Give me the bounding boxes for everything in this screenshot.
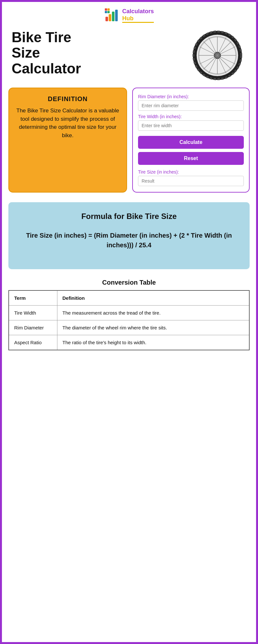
definition-title: DEFINITION — [15, 95, 121, 103]
table-row: Rim Diameter The diameter of the wheel r… — [9, 320, 249, 335]
col-definition-header: Definition — [57, 290, 249, 306]
width-label: Tire Width (in inches): — [138, 114, 244, 119]
reset-button[interactable]: Reset — [138, 152, 244, 165]
svg-rect-4 — [115, 10, 118, 21]
term-aspect-ratio: Aspect Ratio — [9, 335, 57, 350]
def-aspect-ratio: The ratio of the tire's height to its wi… — [57, 335, 249, 350]
conversion-title: Conversion Table — [8, 279, 250, 286]
title-area: Bike Tire Size Calculator — [12, 30, 182, 76]
table-row: Aspect Ratio The ratio of the tire's hei… — [9, 335, 249, 350]
rim-label: Rim Diameter (in inches): — [138, 94, 244, 99]
svg-rect-5 — [105, 8, 107, 11]
formula-section: Formula for Bike Tire Size Tire Size (in… — [8, 202, 250, 269]
svg-rect-1 — [105, 17, 108, 21]
svg-rect-2 — [109, 14, 111, 21]
calculator-box: Rim Diameter (in inches): Tire Width (in… — [132, 88, 250, 193]
logo-title: Calculators Hub — [122, 8, 154, 22]
svg-rect-6 — [107, 8, 110, 11]
definition-text: The Bike Tire Size Calculator is a valua… — [15, 107, 121, 139]
svg-rect-7 — [105, 11, 107, 13]
def-rim-diameter: The diameter of the wheel rim where the … — [57, 320, 249, 335]
logo-icon — [104, 8, 120, 23]
term-rim-diameter: Rim Diameter — [9, 320, 57, 335]
table-row: Tire Width The measurement across the tr… — [9, 306, 249, 320]
conversion-table: Term Definition Tire Width The measureme… — [8, 290, 250, 350]
page-title: Bike Tire Size Calculator — [12, 30, 182, 76]
svg-rect-3 — [112, 12, 114, 21]
definition-box: DEFINITION The Bike Tire Size Calculator… — [8, 88, 127, 193]
result-label: Tire Size (in inches): — [138, 169, 244, 175]
svg-rect-8 — [107, 11, 110, 13]
formula-text: Tire Size (in inches) = (Rim Diameter (i… — [18, 231, 240, 250]
wheel-icon-area — [188, 30, 246, 81]
two-col-section: DEFINITION The Bike Tire Size Calculator… — [2, 84, 256, 199]
logo-text-block: Calculators Hub — [122, 8, 154, 23]
tire-width-input[interactable] — [138, 120, 244, 131]
def-tire-width: The measurement across the tread of the … — [57, 306, 249, 320]
col-term-header: Term — [9, 290, 57, 306]
formula-title: Formula for Bike Tire Size — [18, 212, 240, 221]
hero-section: Bike Tire Size Calculator — [2, 26, 256, 84]
calculate-button[interactable]: Calculate — [138, 136, 244, 149]
header: Calculators Hub — [2, 2, 256, 26]
wheel-icon — [192, 30, 243, 81]
table-header-row: Term Definition — [9, 290, 249, 306]
rim-diameter-input[interactable] — [138, 100, 244, 111]
term-tire-width: Tire Width — [9, 306, 57, 320]
result-input — [138, 176, 244, 186]
conversion-section: Conversion Table Term Definition Tire Wi… — [2, 276, 256, 357]
